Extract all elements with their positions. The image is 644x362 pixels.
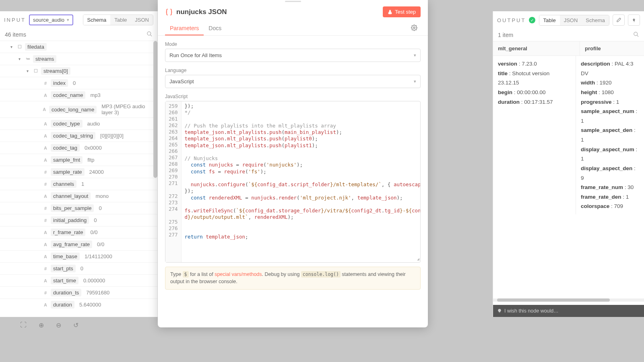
bottom-toolbar: ⛶ ⊕ ⊖ ↺ [20,321,78,329]
fullscreen-icon[interactable]: ⛶ [20,321,27,329]
output-panel: OUTPUT ✓ Table JSON Schema 1 item mlt_ge… [493,11,644,317]
output-col-profile[interactable]: profile [580,41,606,56]
mode-label: Mode [165,41,421,47]
tree-row[interactable]: #sample_rate24000 [0,166,157,178]
mode-select[interactable]: Run Once for All Items▾ [165,49,421,62]
tree-row[interactable]: Asample_fmtfltp [0,154,157,166]
output-table[interactable]: mlt_general profile version : 7.23.0titl… [493,41,644,298]
node-title: nunjucks JSON [176,8,383,16]
input-view-tabs: Schema Table JSON [83,14,153,25]
output-view-tabs: Table JSON Schema [539,15,609,26]
footer-hint[interactable]: I wish this node would… [493,305,644,317]
tree-row[interactable]: Achannel_layoutmono [0,190,157,202]
tree-row[interactable]: Ar_frame_rate0/0 [0,226,157,239]
special-vars-link[interactable]: special vars/methods [215,272,262,277]
tree-row[interactable]: ▾☐filedata [0,41,157,53]
chevron-down-icon: ▾ [414,53,416,58]
tree-row[interactable]: #start_pts0 [0,263,157,275]
language-select[interactable]: JavaScript▾ [165,75,421,88]
output-view-table[interactable]: Table [539,15,560,25]
tip-box: Type $ for a list of special vars/method… [165,267,421,290]
scrollbar[interactable] [153,41,157,178]
tree-row[interactable]: Acodec_long_nameMP3 (MPEG audio layer 3) [0,101,157,118]
tree-row[interactable]: Astart_time0.000000 [0,275,157,287]
input-view-table[interactable]: Table [110,15,131,25]
input-source-select[interactable]: source_audio▾ [29,14,73,25]
tree-row[interactable]: #bits_per_sample0 [0,202,157,214]
search-icon[interactable] [147,31,153,38]
gear-icon[interactable] [408,21,421,35]
input-view-json[interactable]: JSON [131,15,153,25]
node-modal: nunjucks JSON Test step Parameters Docs … [158,0,428,327]
zoom-out-icon[interactable]: ⊖ [56,321,61,329]
zoom-in-icon[interactable]: ⊕ [39,321,44,329]
output-col2-values: description : PAL 4:3 DVwidth : 1920heig… [576,56,644,214]
output-col1-values: version : 7.23.0title : Shotcut version … [493,56,576,214]
code-content[interactable]: });*/ // Push the playlists into the mlt… [182,101,420,262]
chevron-down-icon: ▾ [67,17,69,23]
tree-row[interactable]: ▾≔streams [0,53,157,65]
status-ok-icon: ✓ [529,17,535,23]
output-label: OUTPUT [497,17,526,23]
tree-row[interactable]: Aavg_frame_rate0/0 [0,239,157,251]
svg-line-4 [637,35,638,37]
tree-row[interactable]: ▾☐streams[0] [0,65,157,77]
code-gutter: 2592602612622632642652662672682692702712… [165,101,182,262]
tree-row[interactable]: Acodec_typeaudio [0,118,157,130]
search-icon[interactable] [633,31,639,39]
tab-docs[interactable]: Docs [204,22,226,35]
tree-row[interactable]: #initial_padding0 [0,214,157,226]
chevron-down-icon: ▾ [414,79,416,84]
output-view-schema[interactable]: Schema [582,15,609,25]
test-step-button[interactable]: Test step [383,6,421,17]
pin-icon[interactable] [628,14,640,26]
input-label: INPUT [4,17,26,23]
reset-icon[interactable]: ↺ [73,321,78,329]
braces-icon [165,8,173,16]
output-col-mlt-general[interactable]: mlt_general [493,41,580,56]
tree-row[interactable]: Acodec_tag_string[0][0][0][0] [0,130,157,142]
code-editor[interactable]: 2592602612622632642652662672682692702712… [165,101,421,263]
code-label: JavaScript [165,94,421,99]
input-view-schema[interactable]: Schema [83,15,111,25]
svg-line-1 [150,35,152,36]
svg-point-3 [634,32,638,36]
output-view-json[interactable]: JSON [560,15,582,25]
bulb-icon [497,309,502,313]
language-label: Language [165,68,421,73]
output-items-count: 1 item [498,32,513,38]
horizontal-scrollbar[interactable] [493,298,644,302]
tree-row[interactable]: Aduration5.640000 [0,299,157,310]
tree-row[interactable]: Acodec_namemp3 [0,89,157,101]
tree-row[interactable]: #duration_ts79591680 [0,287,157,299]
tree-row[interactable]: Atime_base1/14112000 [0,251,157,263]
tree-row[interactable]: Acodec_tag0x0000 [0,142,157,154]
tree-row[interactable]: #channels1 [0,178,157,190]
tree-row[interactable]: #index0 [0,77,157,89]
input-tree[interactable]: ▾☐filedata▾≔streams▾☐streams[0]#index0Ac… [0,41,157,310]
input-panel: INPUT source_audio▾ Schema Table JSON 46… [0,11,158,317]
svg-point-0 [147,32,151,35]
tab-parameters[interactable]: Parameters [165,22,204,35]
resize-handle-icon[interactable]: ◢ [417,256,419,261]
edit-icon[interactable] [613,14,625,26]
input-items-count: 46 items [5,31,26,38]
svg-point-2 [413,27,415,29]
